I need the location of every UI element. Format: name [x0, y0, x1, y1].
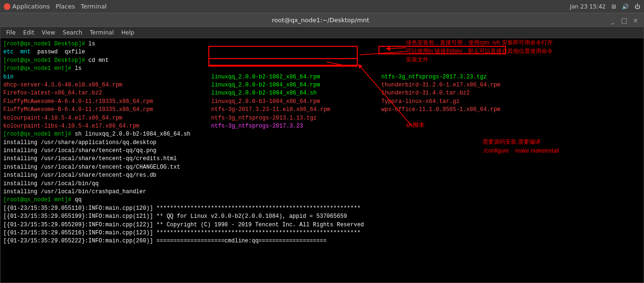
install-4: installing /usr/local/share/tencent-qq/C… — [3, 163, 641, 172]
log-3: [{01-23/15:35:29.055209}:INFO:main.cpp(1… — [3, 221, 641, 229]
terminal-label: Terminal — [81, 3, 107, 10]
file-typora: Typora-linux-x64.tar.gz — [381, 98, 551, 106]
line-4: [root@qx_node1 mnt]# ls — [3, 65, 641, 73]
file-linuxqq-1082: linuxqq_2.0.0-b2-1082_x86_64.rpm — [211, 73, 381, 81]
install-1: installing /usr/share/applications/qq.de… — [3, 139, 641, 147]
system-bar: Applications Places Terminal Jan 23 15:4… — [0, 0, 644, 13]
middle-column: linuxqq_2.0.0-b2-1082_x86_64.rpm linuxqq… — [211, 73, 381, 131]
terminal-titlebar: root@qx_node1:~/Desktop/mnt _ □ × — [0, 14, 644, 27]
file-thunderbird-rpm: thunderbird-31.2.0-1.el7.x86_64.rpm — [381, 81, 551, 89]
file-linuxqq-1084-rpm: linuxqq_2.0.0-b2-1084_x86_64.rpm — [211, 81, 381, 89]
file-dhcp: dhcp-server-4.3.6-40.el8.x86_64.rpm — [3, 81, 211, 89]
close-button[interactable]: × — [631, 17, 640, 24]
install-3: installing /usr/local/share/tencent-qq/c… — [3, 155, 641, 163]
blank-line-2 — [381, 122, 551, 130]
terminal-content[interactable]: [root@qx_node1 Desktop]# ls etc mnt pass… — [0, 38, 644, 283]
log-5: [{01-23/15:35:29.055222}:INFO:main.cpp(2… — [3, 237, 641, 245]
file-firefox: Firefox-latest-x86_64.tar.bz2 — [3, 89, 211, 97]
file-ntfs-2017-short: ntfs-3g_ntfsprogs-2017.3.23 — [211, 122, 381, 130]
minimize-button[interactable]: _ — [609, 17, 617, 24]
terminal-menu-button[interactable]: Terminal — [81, 3, 107, 10]
places-menu-button[interactable]: Places — [55, 3, 75, 10]
file-fluffy-a: FluffyMcAwesome-A-6.4.0-11.r19335.x86_64… — [3, 98, 211, 106]
install-6: installing /usr/local/bin/qq — [3, 180, 641, 188]
line-2: etc mnt passwd qxfile — [3, 48, 641, 56]
file-ntfs-tgz: ntfs-3g_ntfsprogs-2017.3.23.tgz — [381, 73, 551, 81]
system-bar-left: Applications Places Terminal — [4, 3, 107, 10]
file-linuxqq-b3: linuxqq_2.0.0-b3-1084_x86_64.rpm — [211, 98, 381, 106]
blank-line-1 — [381, 114, 551, 122]
file-menu[interactable]: File — [2, 28, 19, 37]
network-icon[interactable]: ⊞ — [611, 3, 616, 10]
file-kolour-libs: kolourpaint-libs-4.10.5-4.el7.x86_64.rpm — [3, 122, 211, 130]
file-linuxqq-1084-sh: linuxqq_2.0.0-b2-1084_x86_64.sh — [211, 89, 381, 97]
install-5: installing /usr/local/share/tencent-qq/r… — [3, 172, 641, 180]
edit-menu[interactable]: Edit — [19, 28, 38, 37]
file-thunderbird-bz2: thunderbird-31.4.0.tar.bz2 — [381, 89, 551, 97]
file-listing: bin dhcp-server-4.3.6-40.el8.x86_64.rpm … — [3, 73, 641, 131]
search-menu[interactable]: Search — [59, 28, 86, 37]
terminal-window: root@qx_node1:~/Desktop/mnt _ □ × File E… — [0, 13, 644, 283]
line-1: [root@qx_node1 Desktop]# ls — [3, 40, 641, 48]
datetime-display: Jan 23 15:42 — [570, 3, 606, 10]
places-label: Places — [55, 3, 75, 10]
app-menu-icon — [4, 3, 10, 10]
menu-bar: File Edit View Search Terminal Help — [0, 27, 644, 38]
app-menu-button[interactable]: Applications — [4, 3, 50, 10]
install-2: installing /usr/local/share/tencent-qq/q… — [3, 147, 641, 155]
sh-command: [root@qx_node1 mnt]# sh linuxqq_2.0.0-b2… — [3, 130, 641, 138]
log-4: [{01-23/15:35:29.055216}:INFO:main.cpp(1… — [3, 229, 641, 237]
file-fluffy-b: FluffyMcAwesome-B-6.4.0-11.r19335.x86_64… — [3, 106, 211, 114]
left-column: bin dhcp-server-4.3.6-40.el8.x86_64.rpm … — [3, 73, 211, 131]
file-bin: bin — [3, 73, 211, 81]
help-menu[interactable]: Help — [118, 28, 138, 37]
file-wps: wps-office-11.1.0.9505-1.x86_64.rpm — [381, 106, 551, 114]
file-ntfs-2013: ntfs-3g_ntfsprogs-2013.1.13.tgz — [211, 114, 381, 122]
app-menu-label[interactable]: Applications — [12, 3, 50, 10]
file-ntfs-el8: ntfs-3g-2017.3.23-11.el8.x86_64.rpm — [211, 106, 381, 114]
log-1: [{01-23/15:35:29.055110}:INFO:main.cpp(1… — [3, 205, 641, 213]
power-icon[interactable]: ⏻ — [635, 3, 640, 10]
right-column: ntfs-3g_ntfsprogs-2017.3.23.tgz thunderb… — [381, 73, 551, 131]
install-7: installing /usr/local/bin/crashpad_handl… — [3, 188, 641, 196]
view-menu[interactable]: View — [38, 28, 59, 37]
qq-prompt: [root@qx_node1 mnt]# qq — [3, 196, 641, 204]
terminal-menu[interactable]: Terminal — [86, 28, 118, 37]
system-bar-right: Jan 23 15:42 ⊞ 🔊 ⏻ — [570, 3, 640, 10]
window-controls: _ □ × — [609, 17, 640, 24]
terminal-title: root@qx_node1:~/Desktop/mnt — [33, 17, 609, 24]
log-2: [{01-23/15:35:29.055199}:INFO:main.cpp(1… — [3, 213, 641, 221]
maximize-button[interactable]: □ — [620, 17, 628, 24]
volume-icon[interactable]: 🔊 — [622, 3, 629, 10]
line-3: [root@qx_node1 Desktop]# cd mnt — [3, 57, 641, 65]
file-kolour: kolourpaint-4.10.5-4.el7.x86_64.rpm — [3, 114, 211, 122]
